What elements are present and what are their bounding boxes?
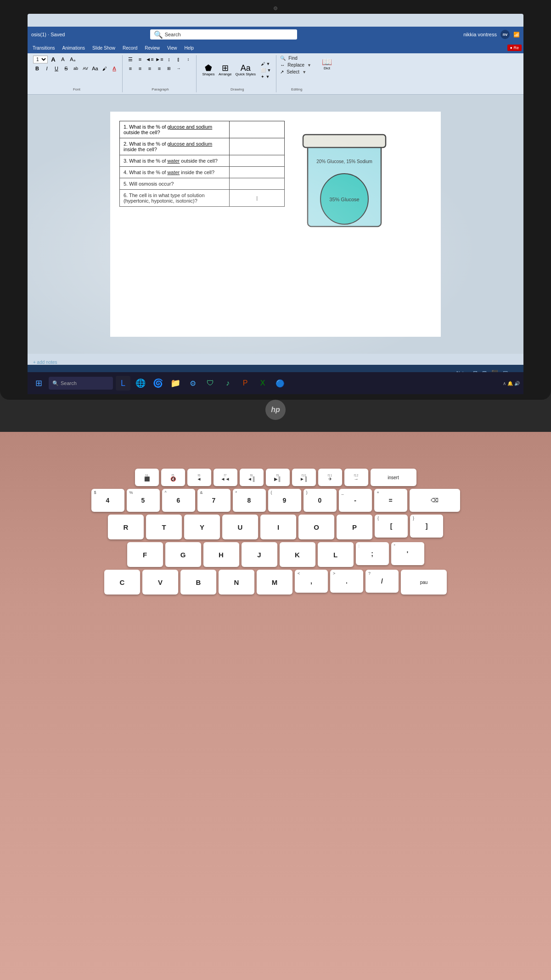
answer-5[interactable] (230, 178, 285, 190)
key-f8[interactable]: f8◄║ (240, 469, 264, 486)
taskbar-powerpoint-icon[interactable]: P (238, 376, 253, 391)
key-equals[interactable]: += (374, 489, 407, 512)
key-minus[interactable]: _- (339, 489, 372, 512)
menu-slideshow[interactable]: Slide Show (89, 45, 118, 51)
answer-2[interactable] (230, 138, 285, 155)
font-grow-btn[interactable]: A (49, 55, 57, 63)
answer-6[interactable]: | (230, 190, 285, 207)
bullets-btn[interactable]: ☰ (126, 55, 135, 63)
font-size-select[interactable]: 16 (33, 56, 48, 63)
key-9[interactable]: (9 (268, 489, 301, 512)
key-u[interactable]: U (222, 515, 258, 539)
indent-less-btn[interactable]: ◄≡ (146, 55, 154, 63)
slide-area[interactable]: 1. What is the % of glucose and sodium o… (28, 95, 523, 354)
answer-3[interactable] (230, 155, 285, 167)
key-f[interactable]: F (127, 542, 163, 567)
key-f5[interactable]: f5🔇 (161, 469, 185, 486)
font-shrink-btn[interactable]: A (59, 55, 67, 63)
key-semicolon[interactable]: :; (356, 542, 389, 565)
bold-btn[interactable]: B (33, 64, 41, 73)
taskbar-music-icon[interactable]: ♪ (220, 376, 235, 391)
key-8[interactable]: *8 (233, 489, 266, 512)
justify-btn[interactable]: ≡ (155, 64, 163, 73)
key-g[interactable]: G (165, 542, 201, 567)
find-btn[interactable]: Find (287, 55, 298, 61)
key-insert[interactable]: insert (371, 469, 416, 486)
menu-review[interactable]: Review (141, 45, 163, 51)
key-k[interactable]: K (280, 542, 315, 567)
key-period[interactable]: >. (330, 570, 363, 593)
taskbar-settings-icon[interactable]: ⚙ (186, 376, 200, 391)
key-slash[interactable]: ?/ (365, 570, 399, 593)
font-clear-btn[interactable]: Aₐ (68, 55, 77, 63)
key-t[interactable]: T (146, 515, 182, 539)
key-5[interactable]: %5 (127, 489, 160, 512)
shape-outline-btn[interactable]: ⬜ ▼ (259, 68, 272, 73)
numbering-btn[interactable]: ≡ (136, 55, 144, 63)
shapes-btn[interactable]: ⬟ Shapes (200, 63, 217, 77)
taskbar-folder-icon[interactable]: 📁 (168, 376, 183, 391)
key-4[interactable]: $4 (91, 489, 124, 512)
taskbar-edge-icon[interactable]: 🌀 (151, 376, 165, 391)
convert-btn[interactable]: → (174, 64, 183, 73)
font-color2-btn[interactable]: A (110, 64, 118, 73)
line-spacing-btn[interactable]: ↕ (184, 55, 192, 63)
menu-help[interactable]: Help (181, 45, 197, 51)
taskbar-search[interactable]: 🔍 Search (49, 377, 113, 390)
taskbar-app1-icon[interactable]: 🛡 (203, 376, 218, 391)
avatar[interactable]: nv (500, 30, 510, 39)
key-c[interactable]: C (104, 570, 140, 595)
key-n[interactable]: N (219, 570, 254, 595)
key-l[interactable]: L (318, 542, 354, 567)
key-m[interactable]: M (257, 570, 292, 595)
text-direction-btn[interactable]: ↕ (165, 55, 173, 63)
menu-view[interactable]: View (164, 45, 180, 51)
shape-fill-btn[interactable]: 🖌 ▼ (259, 61, 272, 67)
key-j[interactable]: J (242, 542, 277, 567)
taskbar-file-icon[interactable]: L (116, 376, 130, 391)
key-7[interactable]: &7 (197, 489, 231, 512)
key-6[interactable]: ^6 (162, 489, 195, 512)
key-bracket-open[interactable]: {[ (375, 515, 408, 538)
key-f4[interactable]: f4⬛ (135, 469, 159, 486)
menu-animations[interactable]: Animations (59, 45, 88, 51)
key-f7[interactable]: f7◄◄ (214, 469, 237, 486)
taskbar-chrome-icon[interactable]: 🔵 (273, 376, 287, 391)
key-pause[interactable]: pau (401, 570, 447, 595)
align-center-btn[interactable]: ≡ (136, 64, 144, 73)
dict-btn[interactable]: 📖 Dict (319, 57, 335, 71)
record-button[interactable]: ● Re (507, 45, 522, 51)
key-f10[interactable]: f10►║ (292, 469, 316, 486)
key-o[interactable]: O (298, 515, 334, 539)
align-left-btn[interactable]: ≡ (126, 64, 135, 73)
taskbar-browser-icon[interactable]: 🌐 (133, 376, 148, 391)
key-p[interactable]: P (337, 515, 372, 539)
strikethrough-btn[interactable]: S (62, 64, 70, 73)
answer-1[interactable] (230, 121, 285, 138)
add-notes-label[interactable]: + add notes (33, 360, 57, 365)
replace-btn[interactable]: Replace (286, 62, 306, 68)
menu-record[interactable]: Record (119, 45, 141, 51)
answer-4[interactable] (230, 167, 285, 178)
key-f9[interactable]: f9▶║ (266, 469, 290, 486)
key-i[interactable]: I (260, 515, 296, 539)
key-h[interactable]: H (203, 542, 239, 567)
taskbar-excel-icon[interactable]: X (255, 376, 270, 391)
key-0[interactable]: )0 (304, 489, 337, 512)
highlight-btn[interactable]: 🖌 (101, 64, 109, 73)
key-f11[interactable]: f11✈ (318, 469, 342, 486)
key-v[interactable]: V (142, 570, 178, 595)
underline-btn[interactable]: U (52, 64, 61, 73)
search-box[interactable]: 🔍 Search (150, 29, 297, 40)
key-backspace[interactable]: ⌫ (410, 489, 460, 512)
key-b[interactable]: B (180, 570, 216, 595)
system-tray[interactable]: ∧ 🔔 🔊 (503, 381, 520, 386)
key-r[interactable]: R (108, 515, 144, 539)
align-right-btn[interactable]: ≡ (146, 64, 154, 73)
font-family-btn[interactable]: AV (81, 64, 90, 73)
select-btn[interactable]: Select (285, 69, 301, 75)
subscript-btn[interactable]: ab (72, 64, 80, 73)
windows-start-btn[interactable]: ⊞ (31, 376, 46, 391)
quick-styles-btn[interactable]: Aa Quick Styles (233, 63, 257, 77)
key-y[interactable]: Y (184, 515, 220, 539)
